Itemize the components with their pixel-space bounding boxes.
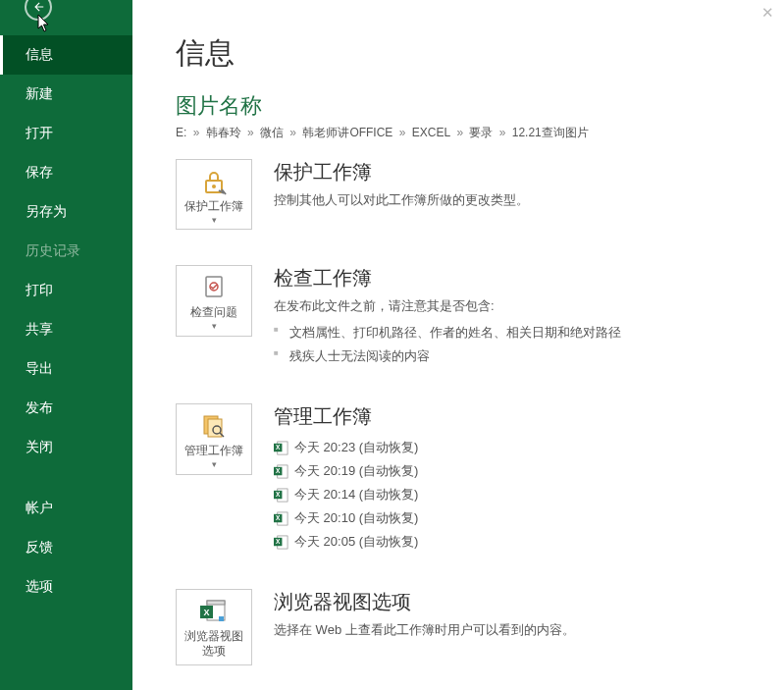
close-icon[interactable]: ✕ [761,4,774,22]
excel-file-icon: X [274,464,288,479]
sidebar-item-save[interactable]: 保存 [0,153,132,192]
svg-text:X: X [276,467,281,474]
breadcrumb-segment[interactable]: 要录 [469,126,493,139]
chevron-down-icon: ▾ [212,324,217,329]
autorecover-list: X今天 20:23 (自动恢复)X今天 20:19 (自动恢复)X今天 20:1… [274,436,741,554]
sidebar-item-saveas[interactable]: 另存为 [0,192,132,232]
excel-file-icon: X [274,535,288,550]
breadcrumb-sep: » [395,126,408,139]
autorecover-item[interactable]: X今天 20:14 (自动恢复) [274,483,741,506]
sidebar-item-publish[interactable]: 发布 [0,389,132,428]
autorecover-item[interactable]: X今天 20:19 (自动恢复) [274,459,741,483]
section-title: 浏览器视图选项 [274,589,741,615]
tile-label: 检查问题 [190,305,237,320]
section-title: 保护工作簿 [274,159,741,186]
section-browser-view: X 浏览器视图选项 浏览器视图选项 选择在 Web 上查看此工作簿时用户可以看到… [176,589,741,665]
sidebar-item-print[interactable]: 打印 [0,271,132,310]
svg-point-1 [212,185,216,188]
sidebar-item-export[interactable]: 导出 [0,349,132,389]
sidebar-item-options[interactable]: 选项 [0,567,132,607]
svg-text:X: X [276,538,281,545]
section-protect: 保护工作簿 ▾ 保护工作簿 控制其他人可以对此工作簿所做的更改类型。 [176,159,741,230]
breadcrumb: E: » 韩春玲 » 微信 » 韩老师讲OFFICE » EXCEL » 要录 … [176,125,741,141]
folder-search-icon [199,412,229,440]
breadcrumb-segment[interactable]: EXCEL [412,126,450,139]
backstage-sidebar: 信息新建打开保存另存为历史记录打印共享导出发布关闭帐户反馈选项 [0,0,132,690]
document-name: 图片名称 [176,91,741,121]
inspect-bullet: 残疾人士无法阅读的内容 [289,345,741,368]
breadcrumb-sep: » [287,126,299,139]
sidebar-item-share[interactable]: 共享 [0,310,132,349]
sidebar-item-feedback[interactable]: 反馈 [0,528,132,567]
protect-workbook-tile[interactable]: 保护工作簿 ▾ [176,159,252,230]
inspect-bullet: 文档属性、打印机路径、作者的姓名、相关日期和绝对路径 [289,321,741,345]
breadcrumb-segment[interactable]: 微信 [260,126,284,139]
breadcrumb-sep: » [244,126,257,139]
sidebar-item-history: 历史记录 [0,232,132,271]
svg-text:X: X [276,491,281,498]
autorecover-item[interactable]: X今天 20:23 (自动恢复) [274,436,741,459]
svg-text:X: X [276,444,281,451]
chevron-down-icon: ▾ [212,462,217,467]
section-title: 检查工作簿 [274,265,741,292]
autorecover-item[interactable]: X今天 20:05 (自动恢复) [274,530,741,554]
breadcrumb-segment[interactable]: 韩春玲 [206,126,241,139]
autorecover-item[interactable]: X今天 20:10 (自动恢复) [274,506,741,530]
svg-rect-24 [207,601,225,605]
autorecover-label: 今天 20:23 (自动恢复) [294,439,418,456]
breadcrumb-sep: » [496,126,508,139]
breadcrumb-segment[interactable]: E: [176,126,186,139]
lock-icon [199,168,229,195]
inspect-tile[interactable]: 检查问题 ▾ [176,265,252,336]
breadcrumb-sep: » [453,126,466,139]
breadcrumb-sep: » [189,126,202,139]
page-title: 信息 [176,33,741,74]
excel-file-icon: X [274,441,288,455]
inspect-bullet-list: 文档属性、打印机路径、作者的姓名、相关日期和绝对路径残疾人士无法阅读的内容 [274,321,741,368]
sidebar-item-open[interactable]: 打开 [0,114,132,153]
section-desc: 控制其他人可以对此工作簿所做的更改类型。 [274,191,741,209]
tile-label: 浏览器视图选项 [181,629,247,659]
autorecover-label: 今天 20:05 (自动恢复) [294,533,418,551]
section-manage: 管理工作簿 ▾ 管理工作簿 X今天 20:23 (自动恢复)X今天 20:19 … [176,403,741,554]
excel-file-icon: X [274,488,288,503]
autorecover-label: 今天 20:14 (自动恢复) [294,486,418,504]
tile-label: 管理工作簿 [184,444,243,458]
sidebar-item-new[interactable]: 新建 [0,75,132,114]
autorecover-label: 今天 20:10 (自动恢复) [294,509,418,527]
sidebar-item-close[interactable]: 关闭 [0,428,132,467]
section-desc: 选择在 Web 上查看此工作簿时用户可以看到的内容。 [274,621,741,639]
browser-view-icon: X [198,598,230,625]
svg-rect-27 [219,616,224,621]
svg-text:X: X [276,514,281,521]
chevron-down-icon: ▾ [212,218,217,223]
breadcrumb-segment[interactable]: 12.21查询图片 [512,126,589,139]
excel-file-icon: X [274,511,288,526]
back-arrow-icon [25,0,52,21]
back-button[interactable] [0,0,132,27]
sidebar-item-account[interactable]: 帐户 [0,489,132,528]
svg-text:X: X [203,608,209,617]
sidebar-item-info[interactable]: 信息 [0,35,132,75]
backstage-main: ✕ 信息 图片名称 E: » 韩春玲 » 微信 » 韩老师讲OFFICE » E… [132,0,784,690]
browser-view-tile[interactable]: X 浏览器视图选项 [176,589,252,665]
section-inspect: 检查问题 ▾ 检查工作簿 在发布此文件之前，请注意其是否包含: 文档属性、打印机… [176,265,741,368]
breadcrumb-segment[interactable]: 韩老师讲OFFICE [302,126,392,139]
section-title: 管理工作簿 [274,403,741,430]
manage-workbook-tile[interactable]: 管理工作簿 ▾ [176,403,252,474]
section-desc: 在发布此文件之前，请注意其是否包含: [274,297,741,315]
autorecover-label: 今天 20:19 (自动恢复) [294,462,418,480]
inspect-icon [199,274,229,301]
tile-label: 保护工作簿 [184,199,243,214]
